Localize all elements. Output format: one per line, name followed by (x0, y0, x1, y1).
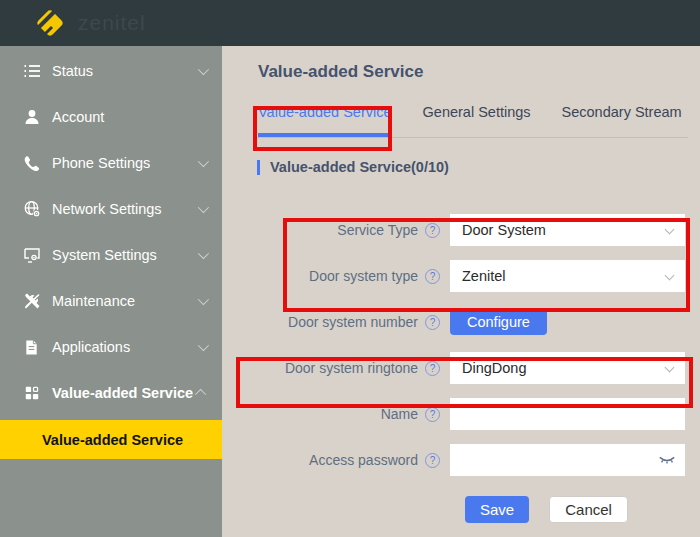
service-type-label: Service Type (337, 222, 418, 238)
section-title: Value-added Service(0/10) (270, 159, 449, 175)
chevron-down-icon (198, 64, 209, 75)
tools-icon (22, 292, 41, 311)
door-system-ringtone-row: Door system ringtone ? DingDong (222, 352, 700, 384)
sidebar-item-value-added-service[interactable]: Value-added Service (0, 370, 222, 416)
sidebar-item-system-settings[interactable]: System Settings (0, 232, 222, 278)
help-icon[interactable]: ? (425, 407, 440, 422)
help-icon[interactable]: ? (425, 361, 440, 376)
sidebar-item-label: Phone Settings (52, 155, 198, 171)
sidebar-item-phone-settings[interactable]: Phone Settings (0, 140, 222, 186)
form-actions: Save Cancel (465, 496, 700, 523)
help-icon[interactable]: ? (425, 223, 440, 238)
grid-icon (22, 384, 41, 403)
chevron-down-icon (198, 248, 209, 259)
service-type-row: Service Type ? Door System (222, 214, 700, 246)
sidebar-item-label: Account (52, 109, 198, 125)
sidebar: Status Account Phone Settings Network Se… (0, 46, 222, 537)
main-content: Value-added Service Value-added Service … (222, 46, 700, 537)
value-added-service-form: Service Type ? Door System Door system t… (222, 214, 700, 523)
chevron-down-icon (665, 363, 675, 373)
section-header: Value-added Service(0/10) (257, 159, 700, 175)
document-icon (22, 338, 41, 357)
access-password-label: Access password (309, 452, 418, 468)
globe-gear-icon (22, 200, 41, 219)
sidebar-item-label: Network Settings (52, 201, 198, 217)
door-system-type-select[interactable]: Zenitel (450, 260, 685, 292)
chevron-down-icon (198, 294, 209, 305)
tab-divider (255, 137, 688, 138)
sidebar-item-label: Value-added Service (52, 385, 198, 401)
help-icon[interactable]: ? (425, 453, 440, 468)
sidebar-subitem-value-added-service[interactable]: Value-added Service (0, 420, 222, 459)
monitor-gear-icon (22, 246, 41, 265)
sidebar-item-label: Status (52, 63, 198, 79)
section-accent-bar (257, 160, 260, 175)
door-system-type-label: Door system type (309, 268, 418, 284)
brand-name: zenitel (78, 11, 146, 35)
sidebar-item-status[interactable]: Status (0, 48, 222, 94)
tab-value-added-service[interactable]: Value-added Service (258, 104, 392, 137)
save-button[interactable]: Save (465, 496, 529, 523)
configure-button[interactable]: Configure (450, 309, 547, 335)
sidebar-subitem-label: Value-added Service (42, 432, 183, 448)
door-system-number-row: Door system number ? Configure (222, 306, 700, 338)
door-system-type-row: Door system type ? Zenitel (222, 260, 700, 292)
cancel-button[interactable]: Cancel (549, 496, 628, 523)
tab-general-settings[interactable]: General Settings (423, 104, 531, 137)
phone-icon (22, 154, 41, 173)
user-icon (22, 108, 41, 127)
chevron-down-icon (198, 202, 209, 213)
tab-secondary-stream[interactable]: Secondary Stream (562, 104, 682, 137)
tab-bar: Value-added Service General Settings Sec… (258, 104, 700, 137)
sidebar-item-account[interactable]: Account (0, 94, 222, 140)
chevron-down-icon (665, 225, 675, 235)
password-visibility-toggle-icon[interactable] (658, 452, 676, 468)
name-input[interactable] (450, 398, 685, 430)
door-system-ringtone-select[interactable]: DingDong (450, 352, 685, 384)
name-row: Name ? (222, 398, 700, 430)
status-list-icon (22, 62, 41, 81)
help-icon[interactable]: ? (425, 269, 440, 284)
chevron-down-icon (198, 156, 209, 167)
name-label: Name (381, 406, 418, 422)
sidebar-item-network-settings[interactable]: Network Settings (0, 186, 222, 232)
door-system-ringtone-label: Door system ringtone (285, 360, 418, 376)
sidebar-item-maintenance[interactable]: Maintenance (0, 278, 222, 324)
sidebar-item-label: Applications (52, 339, 198, 355)
help-icon[interactable]: ? (425, 315, 440, 330)
topbar: zenitel (0, 0, 700, 46)
service-type-select[interactable]: Door System (450, 214, 685, 246)
zenitel-logo (32, 5, 68, 41)
access-password-row: Access password ? (222, 444, 700, 476)
access-password-input[interactable] (450, 444, 685, 476)
sidebar-item-label: System Settings (52, 247, 198, 263)
door-system-number-label: Door system number (288, 314, 418, 330)
chevron-down-icon (198, 340, 209, 351)
page-title: Value-added Service (258, 62, 700, 82)
chevron-down-icon (665, 271, 675, 281)
sidebar-item-applications[interactable]: Applications (0, 324, 222, 370)
sidebar-item-label: Maintenance (52, 293, 198, 309)
